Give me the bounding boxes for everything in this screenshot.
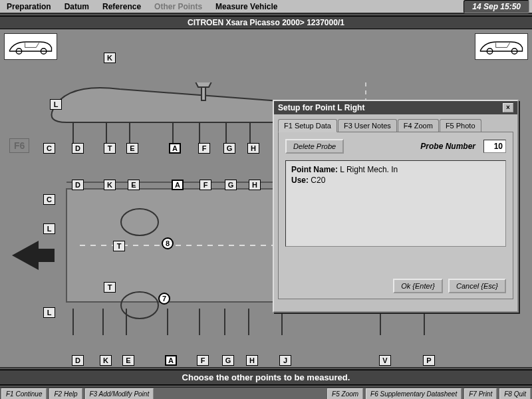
- probe-number-input[interactable]: [483, 140, 506, 153]
- menu-measure-vehicle[interactable]: Measure Vehicle: [209, 1, 284, 13]
- point-D[interactable]: D: [72, 355, 84, 366]
- point-H[interactable]: H: [246, 355, 258, 366]
- point-F[interactable]: F: [200, 180, 211, 190]
- left-arrow-icon: [12, 241, 39, 270]
- point-T[interactable]: T: [104, 143, 116, 154]
- point-K[interactable]: K: [100, 355, 112, 366]
- point-name-label: Point Name:: [291, 165, 338, 174]
- dialog-title-text: Setup for Point L Right: [278, 103, 364, 112]
- fkey-bar: F1 Continue F2 Help F3 Add/Modify Point …: [0, 388, 532, 399]
- menu-other-points[interactable]: Other Points: [148, 1, 209, 13]
- point-T[interactable]: T: [104, 282, 116, 293]
- circle-point-7[interactable]: 7: [158, 293, 170, 305]
- use-value: C20: [311, 176, 325, 185]
- setup-dialog: Setup for Point L Right × F1 Setup Data …: [273, 100, 519, 313]
- clock: 14 Sep 15:50: [464, 0, 529, 13]
- cancel-button[interactable]: Cancel {Esc}: [448, 279, 506, 293]
- svg-point-6: [121, 292, 158, 319]
- point-A[interactable]: A: [169, 143, 181, 154]
- car-icon-left: [4, 33, 57, 60]
- point-E[interactable]: E: [128, 180, 140, 190]
- point-C[interactable]: C: [43, 143, 55, 154]
- point-G[interactable]: G: [222, 355, 234, 366]
- tab-user-notes[interactable]: F3 User Notes: [338, 119, 397, 132]
- point-G[interactable]: G: [223, 143, 235, 154]
- point-E[interactable]: E: [126, 143, 138, 154]
- vehicle-title: CITROEN Xsara Picasso 2000> 1237000/1: [0, 16, 532, 29]
- menubar: Preparation Datum Reference Other Points…: [0, 0, 532, 13]
- point-F[interactable]: F: [198, 143, 210, 154]
- fkey-f5-zoom[interactable]: F5 Zoom: [327, 388, 363, 399]
- fkey-f8-quit[interactable]: F8 Quit: [499, 388, 531, 399]
- side-hint: F6: [9, 138, 29, 153]
- point-F[interactable]: F: [197, 355, 209, 366]
- point-C[interactable]: C: [43, 194, 55, 205]
- tab-photo[interactable]: F5 Photo: [440, 119, 481, 132]
- tab-setup-data[interactable]: F1 Setup Data: [278, 119, 337, 132]
- point-G[interactable]: G: [225, 180, 237, 190]
- dialog-tabstrip: F1 Setup Data F3 User Notes F4 Zoom F5 P…: [274, 114, 517, 132]
- fkey-f6-supplementary[interactable]: F6 Supplementary Datasheet: [366, 388, 462, 399]
- prompt-bar: Choose the other points to be measured.: [0, 370, 532, 385]
- menu-reference[interactable]: Reference: [96, 1, 148, 13]
- point-H[interactable]: H: [249, 180, 261, 190]
- tab-zoom[interactable]: F4 Zoom: [398, 119, 439, 132]
- ok-button[interactable]: Ok {Enter}: [393, 279, 443, 293]
- point-H[interactable]: H: [247, 143, 259, 154]
- fkey-f3-add-modify[interactable]: F3 Add/Modify Point: [85, 388, 154, 399]
- use-label: Use:: [291, 176, 309, 185]
- dialog-close-button[interactable]: ×: [503, 103, 513, 112]
- fkey-f2-help[interactable]: F2 Help: [49, 388, 82, 399]
- menu-preparation[interactable]: Preparation: [0, 1, 58, 13]
- diagram-viewport[interactable]: F6: [0, 29, 532, 367]
- delete-probe-button[interactable]: Delete Probe: [285, 139, 344, 154]
- point-D[interactable]: D: [72, 180, 84, 190]
- fkey-f1-continue[interactable]: F1 Continue: [1, 388, 47, 399]
- point-V[interactable]: V: [379, 355, 391, 366]
- svg-point-5: [121, 209, 158, 235]
- point-L[interactable]: L: [43, 307, 55, 318]
- menu-datum[interactable]: Datum: [58, 1, 96, 13]
- point-E[interactable]: E: [122, 355, 134, 366]
- point-J[interactable]: J: [279, 355, 291, 366]
- point-K[interactable]: K: [104, 180, 116, 190]
- point-L[interactable]: L: [43, 223, 55, 234]
- circle-point-8[interactable]: 8: [162, 237, 174, 249]
- point-name-value: L Right Mech. In: [340, 165, 398, 174]
- point-info-box: Point Name: L Right Mech. In Use: C20: [285, 160, 506, 247]
- point-A[interactable]: A: [172, 180, 184, 190]
- fkey-f7-print[interactable]: F7 Print: [464, 388, 497, 399]
- point-L[interactable]: L: [50, 99, 62, 110]
- point-A[interactable]: A: [165, 355, 177, 366]
- point-P[interactable]: P: [423, 355, 435, 366]
- point-K[interactable]: K: [104, 53, 116, 63]
- dialog-titlebar[interactable]: Setup for Point L Right ×: [274, 101, 517, 114]
- car-icon-right: [475, 33, 528, 60]
- probe-number-label: Probe Number: [420, 142, 475, 151]
- dialog-body: Delete Probe Probe Number Point Name: L …: [278, 132, 513, 299]
- point-T[interactable]: T: [113, 241, 125, 251]
- svg-rect-7: [201, 87, 205, 100]
- point-D[interactable]: D: [72, 143, 84, 154]
